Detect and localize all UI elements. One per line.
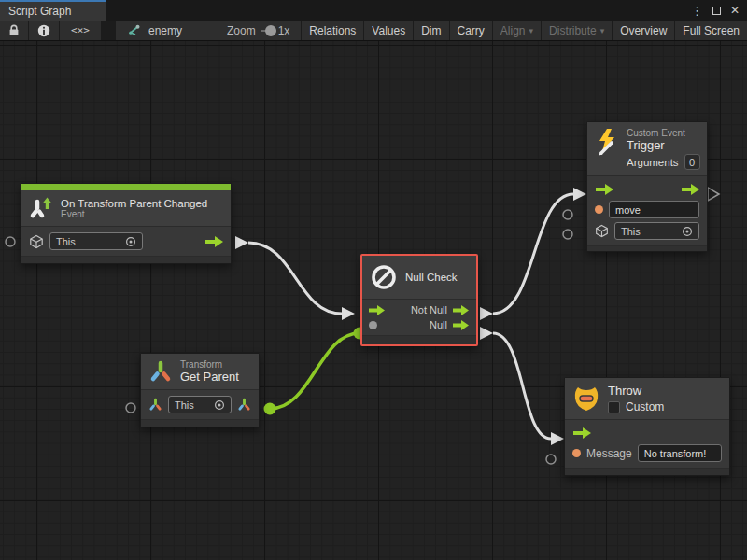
tabbar-spacer <box>106 0 684 21</box>
object-picker-icon[interactable] <box>125 236 136 247</box>
node-throw[interactable]: Throw Custom Message <box>564 377 730 476</box>
port-customevent-flow-output[interactable] <box>708 188 719 201</box>
align-button[interactable]: Align ▾ <box>493 21 541 40</box>
node-footer <box>362 335 476 344</box>
node-subtitle: Event <box>61 209 207 219</box>
values-button[interactable]: Values <box>364 21 413 40</box>
tab-title: Script Graph <box>8 5 71 18</box>
node-category: Transform <box>180 359 239 370</box>
code-preview-button[interactable]: <×> <box>60 21 101 40</box>
tab-script-graph[interactable]: Script Graph <box>0 0 106 21</box>
node-null-check[interactable]: Null Check Not Null Null <box>360 254 478 346</box>
node-title: Trigger <box>627 138 700 152</box>
node-on-transform-parent-changed[interactable]: On Transform Parent Changed Event This <box>21 183 232 264</box>
zoom-control: Zoom 1x <box>227 24 289 37</box>
overview-button[interactable]: Overview <box>613 21 674 40</box>
object-picker-icon[interactable] <box>214 399 225 411</box>
zoom-slider[interactable] <box>261 30 273 32</box>
zoom-slider-handle[interactable] <box>265 25 276 36</box>
null-check-icon <box>370 263 398 291</box>
maximize-icon[interactable] <box>712 7 721 15</box>
port-label: Null <box>383 319 447 330</box>
node-title: On Transform Parent Changed <box>61 198 207 209</box>
dim-button[interactable]: Dim <box>414 21 448 40</box>
chevron-down-icon: ▾ <box>600 26 605 35</box>
close-icon[interactable]: ✕ <box>730 4 740 17</box>
port-throw-message-input[interactable] <box>546 455 556 464</box>
toolbar-gap <box>102 21 115 40</box>
info-icon <box>37 24 50 37</box>
node-category: Custom Event <box>627 128 700 138</box>
target-dropdown[interactable]: This <box>49 232 143 250</box>
event-name-field[interactable]: move <box>609 201 699 218</box>
custom-checkbox-label: Custom <box>626 400 664 413</box>
transform-event-icon <box>29 196 53 220</box>
flow-input-port[interactable] <box>572 427 591 439</box>
graph-name: enemy <box>148 24 182 37</box>
zoom-value: 1x <box>278 24 290 37</box>
relations-button[interactable]: Relations <box>302 21 363 40</box>
node-footer <box>565 468 729 475</box>
graph-icon <box>127 24 141 37</box>
arguments-label: Arguments <box>627 157 679 168</box>
flow-output-port[interactable] <box>681 184 699 195</box>
port-event-target-input[interactable] <box>6 237 15 246</box>
node-title: Get Parent <box>180 370 239 384</box>
node-get-parent[interactable]: Transform Get Parent This <box>140 353 260 427</box>
message-label: Message <box>586 447 632 460</box>
event-name-port[interactable] <box>595 205 603 214</box>
carry-button[interactable]: Carry <box>450 21 492 40</box>
wire-notnull-to-customevent <box>480 188 586 320</box>
port-customevent-target-input[interactable] <box>563 230 572 239</box>
not-null-output-port[interactable] <box>453 305 470 315</box>
custom-checkbox[interactable] <box>608 401 620 413</box>
full-screen-button[interactable]: Full Screen <box>675 21 747 40</box>
lock-icon <box>8 24 20 36</box>
node-title: Throw <box>608 384 664 398</box>
chevron-down-icon: ▾ <box>529 26 534 35</box>
node-footer <box>21 256 231 263</box>
transform-output-port[interactable] <box>237 398 251 412</box>
node-title: Null Check <box>405 272 458 283</box>
port-customevent-name-input[interactable] <box>563 210 572 219</box>
port-getparent-target-input[interactable] <box>126 403 135 413</box>
node-footer <box>141 419 259 427</box>
zoom-label: Zoom <box>227 24 256 37</box>
flow-input-port[interactable] <box>369 305 386 315</box>
info-button[interactable] <box>29 21 59 40</box>
wire-getparent-to-nullcheck <box>264 328 366 415</box>
transform-icon <box>148 359 173 384</box>
wire-null-to-throw <box>480 327 564 445</box>
port-label: Not Null <box>391 304 447 315</box>
object-picker-icon[interactable] <box>682 226 693 237</box>
unity-visual-scripting-window: Script Graph ⋮ ✕ <×> <box>0 0 747 560</box>
throw-error-icon <box>572 384 600 413</box>
message-field[interactable]: No transform! <box>638 444 722 462</box>
lock-button[interactable] <box>0 21 28 40</box>
custom-event-icon <box>595 128 619 156</box>
graph-info-group: enemy Zoom 1x <box>116 21 301 40</box>
window-controls: ⋮ ✕ <box>684 0 747 21</box>
transform-input-port[interactable] <box>148 398 162 412</box>
target-dropdown[interactable]: This <box>614 222 699 240</box>
value-input-port[interactable] <box>369 321 377 329</box>
flow-input-port[interactable] <box>595 184 613 195</box>
gameobject-cube-icon <box>595 224 609 238</box>
wire-event-to-nullcheck <box>235 236 355 320</box>
tab-bar: Script Graph ⋮ ✕ <box>0 0 747 21</box>
window-menu-icon[interactable]: ⋮ <box>691 5 703 17</box>
flow-output-port[interactable] <box>204 236 223 247</box>
gameobject-cube-icon <box>29 234 44 249</box>
null-output-port[interactable] <box>453 320 470 330</box>
message-port[interactable] <box>572 449 581 457</box>
target-dropdown[interactable]: This <box>168 396 232 413</box>
graph-toolbar: <×> enemy Zoom 1x Relations Values Dim C… <box>0 21 747 41</box>
arguments-count-field[interactable]: 0 <box>684 154 700 170</box>
node-trigger-custom-event[interactable]: Custom Event Trigger Arguments 0 <box>586 121 708 252</box>
event-accent-bar <box>21 184 231 190</box>
graph-canvas[interactable]: On Transform Parent Changed Event This <box>0 41 747 560</box>
distribute-button[interactable]: Distribute ▾ <box>542 21 612 40</box>
code-icon: <×> <box>71 24 90 36</box>
node-footer <box>587 245 707 251</box>
